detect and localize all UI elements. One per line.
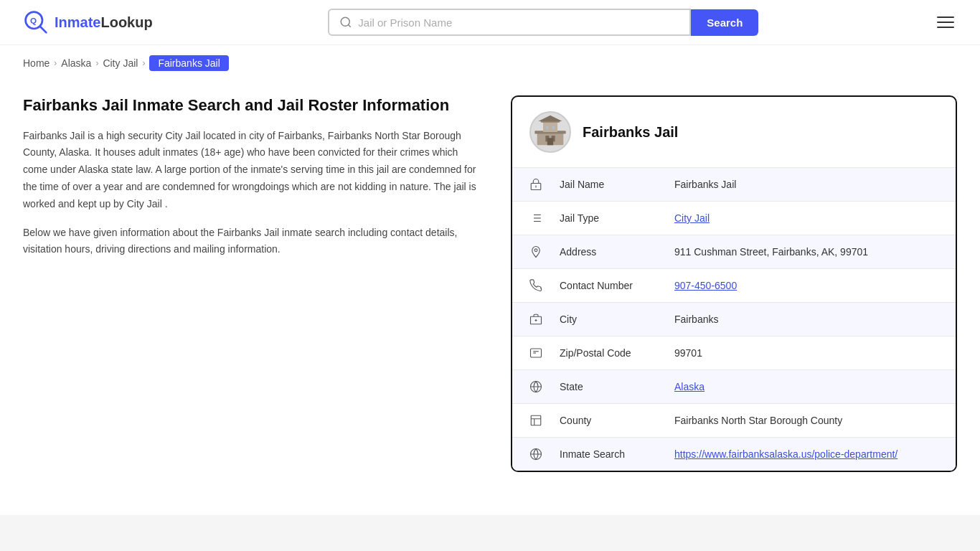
- logo-text: InmateLookup: [55, 14, 153, 31]
- svg-rect-12: [546, 126, 548, 129]
- field-label-zip: Zip/Postal Code: [542, 336, 657, 370]
- svg-point-3: [341, 17, 350, 26]
- field-label-address: Address: [542, 235, 657, 269]
- breadcrumb-alaska[interactable]: Alaska: [61, 57, 91, 69]
- svg-rect-32: [531, 415, 541, 425]
- hamburger-menu[interactable]: [934, 14, 957, 31]
- right-column: Fairbanks Jail: [511, 95, 957, 472]
- address-icon: [529, 245, 542, 258]
- table-row: Zip/Postal Code 99701: [512, 336, 956, 370]
- card-title: Fairbanks Jail: [583, 124, 678, 141]
- footer-spacer: [0, 515, 980, 551]
- svg-point-23: [534, 249, 537, 252]
- zip-icon: [529, 347, 542, 359]
- left-column: Fairbanks Jail Inmate Search and Jail Ro…: [23, 95, 482, 258]
- svg-text:Q: Q: [30, 16, 37, 25]
- field-value-address: 911 Cushman Street, Fairbanks, AK, 99701: [657, 235, 956, 269]
- jail-icon: [529, 178, 542, 191]
- page-description-1: Fairbanks Jail is a high security City J…: [23, 128, 482, 213]
- main-content: Fairbanks Jail Inmate Search and Jail Ro…: [0, 81, 980, 486]
- city-icon: [529, 313, 542, 326]
- logo-icon: Q: [23, 9, 49, 35]
- chevron-icon: ›: [142, 58, 145, 68]
- info-card: Fairbanks Jail: [511, 95, 957, 472]
- page-description-2: Below we have given information about th…: [23, 225, 482, 259]
- svg-rect-7: [543, 121, 557, 132]
- breadcrumb-home[interactable]: Home: [23, 57, 50, 69]
- field-label-jail-type: Jail Type: [542, 202, 657, 235]
- svg-rect-14: [547, 138, 553, 145]
- jail-avatar: [529, 111, 571, 153]
- search-area: Search: [328, 9, 758, 36]
- field-value-jail-name: Fairbanks Jail: [657, 168, 956, 202]
- table-row: County Fairbanks North Star Borough Coun…: [512, 404, 956, 438]
- search-button[interactable]: Search: [691, 9, 758, 36]
- field-value-city: Fairbanks: [657, 303, 956, 336]
- card-header: Fairbanks Jail: [512, 97, 956, 168]
- globe-icon: [529, 448, 542, 461]
- field-value-state[interactable]: Alaska: [657, 370, 956, 404]
- page-title: Fairbanks Jail Inmate Search and Jail Ro…: [23, 95, 482, 116]
- svg-marker-9: [538, 116, 562, 121]
- table-row: Address 911 Cushman Street, Fairbanks, A…: [512, 235, 956, 269]
- chevron-icon: ›: [95, 58, 98, 68]
- field-value-county: Fairbanks North Star Borough County: [657, 404, 956, 438]
- table-row: Jail Name Fairbanks Jail: [512, 168, 956, 202]
- table-row: Contact Number 907-450-6500: [512, 269, 956, 303]
- field-value-jail-type[interactable]: City Jail: [657, 202, 956, 235]
- search-input[interactable]: [358, 17, 679, 29]
- field-value-contact[interactable]: 907-450-6500: [657, 269, 956, 303]
- svg-line-1: [40, 27, 46, 32]
- breadcrumb-city-jail[interactable]: City Jail: [103, 57, 138, 69]
- svg-line-4: [349, 24, 351, 27]
- state-icon: [529, 380, 542, 393]
- chevron-icon: ›: [54, 58, 57, 68]
- field-label-inmate-search: Inmate Search: [542, 438, 657, 471]
- type-icon: [529, 212, 542, 225]
- search-icon: [339, 16, 352, 29]
- header: Q InmateLookup Search: [0, 0, 980, 45]
- table-row: Inmate Search https://www.fairbanksalask…: [512, 438, 956, 471]
- breadcrumb-current: Fairbanks Jail: [149, 55, 228, 71]
- field-value-inmate-search[interactable]: https://www.fairbanksalaska.us/police-de…: [657, 438, 956, 471]
- field-value-zip: 99701: [657, 336, 956, 370]
- table-row: State Alaska: [512, 370, 956, 404]
- info-table: Jail Name Fairbanks Jail: [512, 168, 956, 471]
- field-label-jail-name: Jail Name: [542, 168, 657, 202]
- table-row: Jail Type City Jail: [512, 202, 956, 235]
- building-icon: [532, 114, 568, 150]
- phone-icon: [529, 279, 542, 292]
- field-label-state: State: [542, 370, 657, 404]
- field-label-city: City: [542, 303, 657, 336]
- county-icon: [529, 414, 542, 427]
- search-wrapper: [328, 9, 691, 36]
- logo-link[interactable]: Q InmateLookup: [23, 9, 153, 35]
- svg-rect-13: [552, 126, 555, 129]
- table-row: City Fairbanks: [512, 303, 956, 336]
- field-label-contact: Contact Number: [542, 269, 657, 303]
- field-label-county: County: [542, 404, 657, 438]
- breadcrumb: Home › Alaska › City Jail › Fairbanks Ja…: [0, 45, 980, 81]
